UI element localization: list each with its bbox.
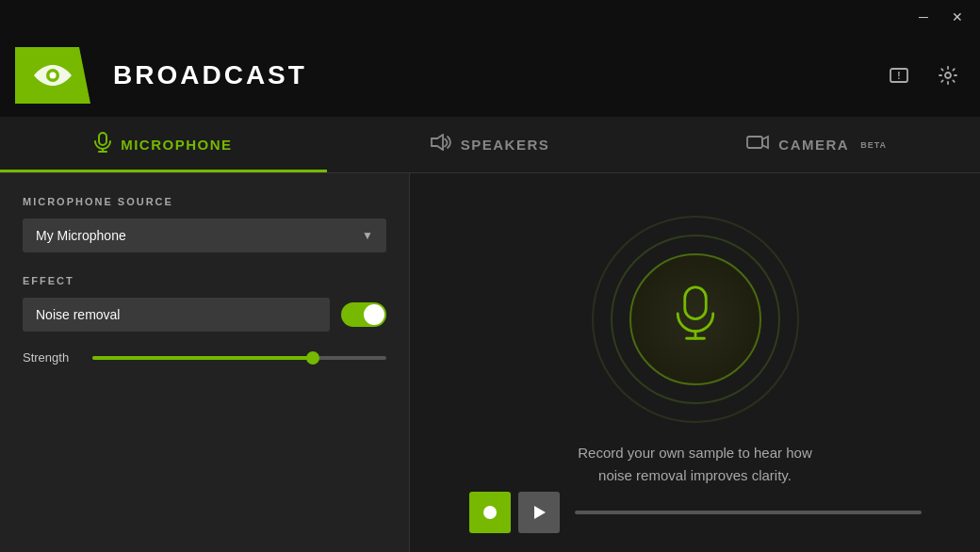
tab-microphone-label: MICROPHONE (121, 137, 232, 153)
record-button[interactable] (469, 492, 511, 533)
tab-speakers-label: SPEAKERS (461, 137, 550, 153)
slider-thumb (306, 351, 319, 365)
effect-input: Noise removal (23, 298, 330, 332)
right-panel: Record your own sample to hear how noise… (410, 173, 980, 552)
svg-text:!: ! (897, 71, 900, 81)
settings-button[interactable] (931, 58, 965, 92)
notification-button[interactable]: ! (882, 58, 916, 92)
svg-marker-15 (534, 506, 546, 519)
strength-slider[interactable] (92, 356, 386, 360)
description-line1: Record your own sample to hear how (578, 445, 811, 461)
effect-value: Noise removal (36, 307, 120, 322)
svg-point-14 (483, 506, 497, 519)
svg-rect-5 (99, 133, 106, 145)
nvidia-eye-icon (28, 58, 77, 92)
beta-badge: BETA (860, 140, 887, 150)
playback-controls (450, 492, 940, 533)
play-icon (531, 504, 547, 521)
svg-rect-9 (747, 137, 762, 148)
toggle-knob (364, 304, 384, 325)
title-bar: ─ ✕ (0, 0, 980, 34)
playback-progress-bar (575, 511, 922, 514)
tab-camera[interactable]: CAMERA BETA (653, 117, 980, 172)
svg-rect-11 (684, 287, 706, 319)
minimize-button[interactable]: ─ (908, 4, 939, 30)
effect-toggle[interactable] (341, 302, 386, 327)
nvidia-logo-inner (28, 58, 77, 92)
dropdown-arrow-icon: ▼ (362, 229, 373, 242)
effect-row: Noise removal (23, 298, 386, 332)
source-section-label: MICROPHONE SOURCE (23, 196, 386, 207)
play-button[interactable] (518, 492, 560, 533)
settings-icon (938, 65, 958, 86)
dropdown-value: My Microphone (36, 228, 126, 243)
svg-marker-8 (432, 135, 443, 150)
tab-microphone[interactable]: MICROPHONE (0, 117, 327, 172)
app-header: BROADCAST ! (0, 34, 980, 117)
microphone-tab-icon (94, 132, 111, 157)
camera-tab-icon (746, 135, 769, 154)
mic-visual (592, 216, 799, 423)
title-bar-controls: ─ ✕ (908, 4, 972, 30)
close-button[interactable]: ✕ (942, 4, 972, 30)
header-icons: ! (882, 58, 965, 92)
tab-camera-label: CAMERA (778, 137, 849, 153)
tab-speakers[interactable]: SPEAKERS (327, 117, 654, 172)
notification-icon: ! (889, 65, 909, 86)
slider-fill (92, 356, 313, 360)
left-panel: MICROPHONE SOURCE My Microphone ▼ EFFECT… (0, 173, 410, 552)
svg-point-4 (945, 73, 951, 78)
mic-circle (629, 253, 761, 385)
record-icon (482, 504, 498, 521)
description-text: Record your own sample to hear how noise… (578, 442, 811, 487)
svg-point-1 (50, 73, 57, 79)
strength-label: Strength (23, 350, 79, 365)
svg-marker-10 (762, 137, 768, 148)
microphone-source-dropdown[interactable]: My Microphone ▼ (23, 219, 386, 252)
nvidia-logo (15, 47, 90, 104)
app-title: BROADCAST (106, 60, 307, 90)
tab-bar: MICROPHONE SPEAKERS CAMERA BETA (0, 117, 980, 173)
strength-row: Strength (23, 350, 386, 365)
mic-center-icon (669, 285, 722, 353)
main-content: MICROPHONE SOURCE My Microphone ▼ EFFECT… (0, 173, 980, 552)
description-line2: noise removal improves clarity. (598, 467, 792, 483)
effect-section-label: EFFECT (23, 275, 386, 286)
speakers-tab-icon (431, 134, 451, 155)
